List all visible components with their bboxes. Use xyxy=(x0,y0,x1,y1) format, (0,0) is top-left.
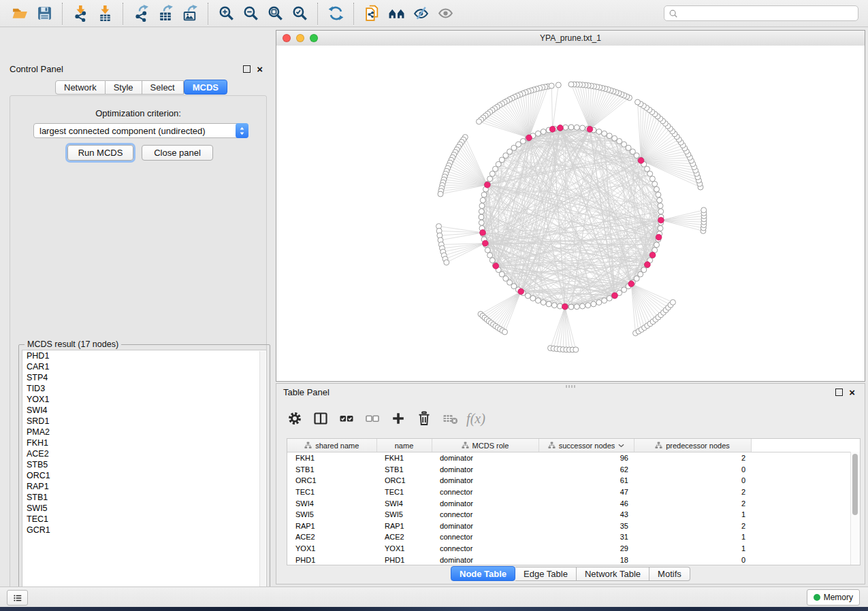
zoom-fit-button[interactable] xyxy=(263,3,287,24)
split-panel-button[interactable] xyxy=(309,407,332,430)
table-cell[interactable]: 96 xyxy=(539,452,634,464)
tab-node-table[interactable]: Node Table xyxy=(451,566,515,581)
network-node[interactable] xyxy=(480,197,485,203)
network-hub-node[interactable] xyxy=(480,230,486,236)
table-row[interactable]: PHD1PHD1dominator180 xyxy=(287,554,851,565)
table-cell[interactable]: STB1 xyxy=(376,464,432,476)
float-panel-icon[interactable] xyxy=(243,65,251,73)
table-row[interactable]: FKH1FKH1dominator962 xyxy=(287,452,851,464)
mcds-result-item[interactable]: STB1 xyxy=(22,492,266,503)
tab-motifs[interactable]: Motifs xyxy=(649,567,690,581)
refresh-layout-button[interactable] xyxy=(323,3,348,24)
network-node[interactable] xyxy=(657,197,662,203)
network-hub-node[interactable] xyxy=(493,263,499,269)
network-hub-node[interactable] xyxy=(628,281,634,287)
network-node[interactable] xyxy=(701,208,707,213)
table-scrollbar-thumb[interactable] xyxy=(852,454,858,515)
zoom-out-button[interactable] xyxy=(238,3,263,24)
table-row[interactable]: STB1STB1dominator620 xyxy=(287,464,851,476)
network-node[interactable] xyxy=(541,129,546,135)
run-mcds-button[interactable]: Run MCDS xyxy=(67,145,133,161)
network-node[interactable] xyxy=(596,129,602,135)
network-hub-node[interactable] xyxy=(649,252,656,258)
splitter-grip[interactable] xyxy=(566,385,575,388)
table-cell[interactable]: SWI4 xyxy=(287,497,376,509)
table-cell[interactable]: 1 xyxy=(634,509,751,521)
network-node[interactable] xyxy=(617,139,622,144)
network-node[interactable] xyxy=(649,176,655,182)
network-canvas[interactable] xyxy=(276,46,865,381)
network-hub-node[interactable] xyxy=(482,240,488,246)
network-node[interactable] xyxy=(541,300,546,306)
network-node[interactable] xyxy=(525,293,530,299)
tab-network[interactable]: Network xyxy=(55,80,106,95)
table-row[interactable]: SWI4SWI4dominator462 xyxy=(287,497,851,509)
table-cell[interactable]: 43 xyxy=(539,509,634,521)
table-cell[interactable]: FKH1 xyxy=(287,452,376,464)
table-cell[interactable]: dominator xyxy=(432,464,539,476)
mcds-result-item[interactable]: PHD1 xyxy=(22,350,266,361)
select-all-button[interactable] xyxy=(335,407,358,430)
mcds-result-item[interactable]: CAR1 xyxy=(22,361,266,372)
search-input[interactable] xyxy=(681,8,854,19)
network-node[interactable] xyxy=(658,226,663,231)
table-cell[interactable]: dominator xyxy=(432,554,539,565)
table-cell[interactable]: 61 xyxy=(539,475,634,486)
mcds-result-item[interactable]: YOX1 xyxy=(22,394,266,405)
table-cell[interactable]: SWI5 xyxy=(287,509,376,521)
network-node[interactable] xyxy=(489,258,495,263)
table-cell[interactable]: 1 xyxy=(634,531,751,543)
network-node[interactable] xyxy=(580,303,585,309)
mcds-result-item[interactable]: SRD1 xyxy=(22,416,266,427)
hide-details-button[interactable] xyxy=(408,3,433,24)
network-node[interactable] xyxy=(479,203,485,209)
network-node[interactable] xyxy=(551,303,557,308)
table-row[interactable]: TEC1TEC1connector472 xyxy=(287,486,851,498)
table-cell[interactable]: PHD1 xyxy=(376,554,432,565)
deselect-all-button[interactable] xyxy=(361,407,384,430)
network-node[interactable] xyxy=(654,186,660,192)
table-scrollbar[interactable] xyxy=(850,452,860,565)
table-row[interactable]: SWI5SWI5connector431 xyxy=(287,509,851,521)
mcds-result-item[interactable]: SWI4 xyxy=(22,405,266,416)
table-cell[interactable]: dominator xyxy=(432,475,539,486)
table-row[interactable]: YOX1YOX1connector291 xyxy=(287,543,851,555)
zoom-selected-button[interactable] xyxy=(287,3,312,24)
network-node[interactable] xyxy=(481,192,487,197)
mcds-result-item[interactable]: TEC1 xyxy=(22,514,266,525)
maximize-window-icon[interactable] xyxy=(310,34,318,42)
network-node[interactable] xyxy=(563,125,568,130)
network-node[interactable] xyxy=(568,304,574,310)
table-cell[interactable]: PHD1 xyxy=(287,554,376,565)
network-node[interactable] xyxy=(656,192,661,197)
network-node[interactable] xyxy=(654,242,660,248)
import-table-button[interactable] xyxy=(93,3,117,24)
open-file-button[interactable] xyxy=(7,3,32,24)
table-cell[interactable]: SWI5 xyxy=(376,509,432,521)
network-node[interactable] xyxy=(573,347,579,352)
table-cell[interactable]: 29 xyxy=(539,543,634,555)
column-header-predecessor-nodes[interactable]: predecessor nodes xyxy=(634,439,751,452)
column-header-name[interactable]: name xyxy=(376,439,432,452)
mcds-list-scrollbar[interactable] xyxy=(259,351,266,595)
table-cell[interactable]: RAP1 xyxy=(287,521,376,532)
table-row[interactable]: RAP1RAP1dominator352 xyxy=(287,521,851,532)
tab-style[interactable]: Style xyxy=(106,80,142,95)
close-window-icon[interactable] xyxy=(283,34,291,42)
table-cell[interactable]: 2 xyxy=(634,452,751,464)
mcds-result-item[interactable]: ORC1 xyxy=(22,470,266,481)
network-node[interactable] xyxy=(574,125,579,130)
table-cell[interactable]: connector xyxy=(432,486,539,498)
network-hub-node[interactable] xyxy=(645,262,651,268)
table-cell[interactable]: RAP1 xyxy=(376,521,432,532)
mcds-result-item[interactable]: STP4 xyxy=(22,372,266,383)
network-node[interactable] xyxy=(596,300,602,306)
show-details-button[interactable] xyxy=(433,3,457,24)
network-node[interactable] xyxy=(479,209,484,214)
table-cell[interactable]: 31 xyxy=(539,531,634,543)
network-node[interactable] xyxy=(658,209,664,214)
tab-mcds[interactable]: MCDS xyxy=(184,80,227,95)
network-hub-node[interactable] xyxy=(558,125,564,131)
settings-gear-button[interactable] xyxy=(283,407,306,430)
network-node[interactable] xyxy=(479,214,484,220)
